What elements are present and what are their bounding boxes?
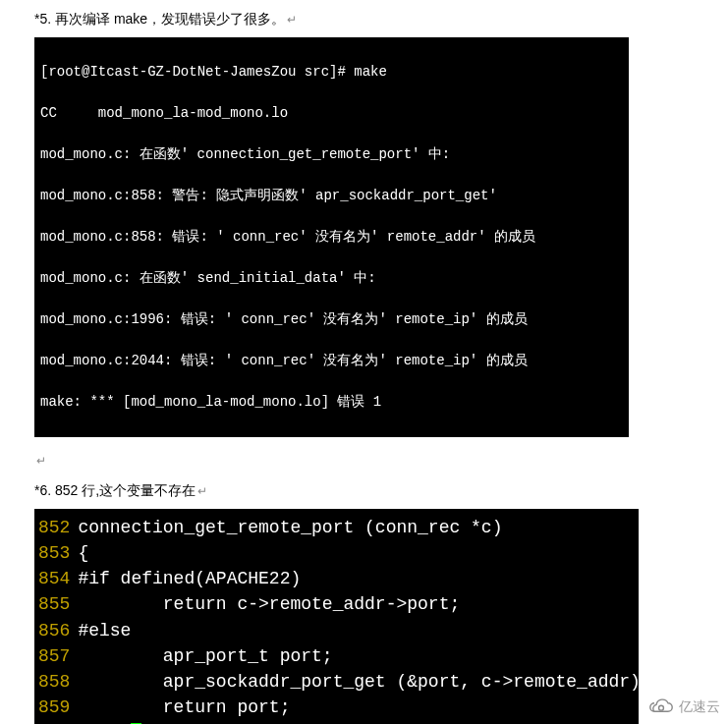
- terminal-line: mod_mono.c:2044: 错误: ' conn_rec' 没有名为' r…: [40, 351, 623, 371]
- code-text: #else: [78, 618, 131, 643]
- para-text: *5. 再次编译 make，发现错误少了很多。: [34, 11, 285, 27]
- code-text: return c->remote_addr->port;: [78, 591, 460, 617]
- cloud-icon: [647, 698, 675, 716]
- return-char: ↵: [287, 13, 297, 27]
- code-row: 852connection_get_remote_port (conn_rec …: [38, 515, 635, 540]
- line-number: 855: [38, 591, 78, 617]
- line-number: 856: [38, 618, 78, 643]
- return-char: ↵: [36, 454, 46, 468]
- code-row: 857 apr_port_t port;: [38, 643, 635, 669]
- code-row: 858 apr_sockaddr_port_get (&port, c->rem…: [38, 669, 635, 695]
- code-row: 860#endif: [38, 720, 635, 724]
- paragraph-step5: *5. 再次编译 make，发现错误少了很多。↵: [34, 8, 728, 29]
- return-char: ↵: [197, 484, 207, 498]
- terminal-line: CC mod_mono_la-mod_mono.lo: [40, 103, 623, 124]
- code-row: 856#else: [38, 618, 635, 643]
- watermark-text: 亿速云: [679, 698, 720, 716]
- line-number: 859: [38, 695, 78, 720]
- code-row: 855 return c->remote_addr->port;: [38, 591, 635, 617]
- code-text: apr_port_t port;: [78, 643, 332, 669]
- line-number: 857: [38, 643, 78, 669]
- line-number: 852: [38, 515, 78, 540]
- terminal-line: mod_mono.c: 在函数' connection_get_remote_p…: [40, 144, 623, 165]
- terminal-line: make: *** [mod_mono_la-mod_mono.lo] 错误 1: [40, 392, 623, 413]
- terminal-line: mod_mono.c:1996: 错误: ' conn_rec' 没有名为' r…: [40, 309, 623, 330]
- code-text: #endif: [78, 720, 141, 724]
- terminal-code-before: 852connection_get_remote_port (conn_rec …: [34, 509, 639, 724]
- terminal-line: [root@Itcast-GZ-DotNet-JamesZou src]# ma…: [40, 62, 623, 83]
- svg-point-0: [659, 705, 664, 710]
- spacer-return: ↵: [34, 449, 728, 471]
- line-number: 854: [38, 566, 78, 591]
- watermark: 亿速云: [647, 698, 720, 716]
- code-text: connection_get_remote_port (conn_rec *c): [78, 515, 502, 540]
- code-text: apr_sockaddr_port_get (&port, c->remote_…: [78, 669, 650, 695]
- code-row: 853{: [38, 540, 635, 566]
- line-number: 858: [38, 669, 78, 695]
- code-row: 859 return port;: [38, 695, 635, 720]
- code-text: return port;: [78, 695, 290, 720]
- terminal-make-output: [root@Itcast-GZ-DotNet-JamesZou src]# ma…: [34, 37, 629, 437]
- terminal-line: mod_mono.c: 在函数' send_initial_data' 中:: [40, 268, 623, 289]
- line-number: 853: [38, 540, 78, 566]
- paragraph-step6: *6. 852 行,这个变量不存在↵: [34, 479, 728, 501]
- line-number: 860: [38, 720, 78, 724]
- code-text: {: [78, 540, 88, 566]
- para-text: *6. 852 行,这个变量不存在: [34, 482, 196, 498]
- code-text: #if defined(APACHE22): [78, 566, 301, 591]
- code-row: 854#if defined(APACHE22): [38, 566, 635, 591]
- terminal-line: mod_mono.c:858: 错误: ' conn_rec' 没有名为' re…: [40, 227, 623, 248]
- terminal-line: mod_mono.c:858: 警告: 隐式声明函数' apr_sockaddr…: [40, 186, 623, 206]
